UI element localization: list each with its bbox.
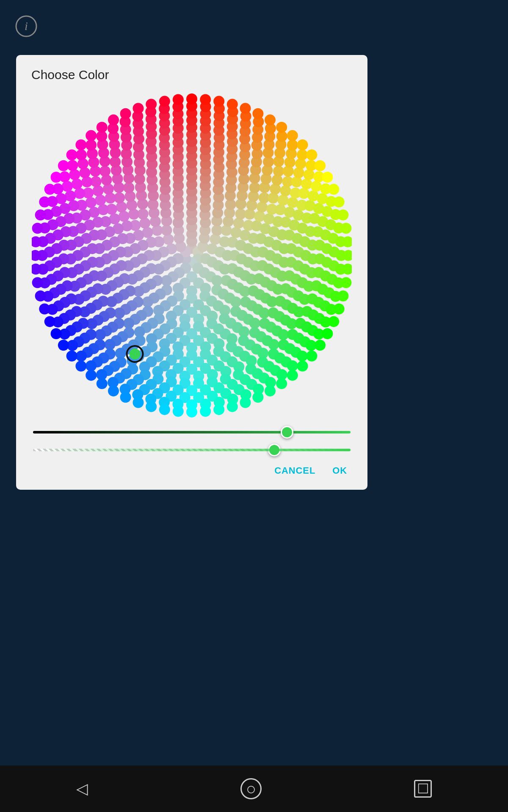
nav-bar: ◁ ○ ☐	[0, 765, 508, 812]
svg-point-788	[276, 378, 287, 389]
svg-point-802	[97, 378, 108, 389]
svg-point-808	[44, 316, 55, 327]
svg-point-733	[86, 360, 97, 371]
svg-point-498	[99, 166, 110, 177]
svg-point-822	[75, 139, 86, 150]
svg-point-827	[133, 103, 144, 114]
svg-point-759	[186, 93, 197, 104]
cancel-button[interactable]: CANCEL	[271, 464, 319, 478]
svg-point-819	[51, 172, 62, 183]
back-button[interactable]: ◁	[76, 780, 88, 798]
svg-point-255	[116, 201, 127, 212]
svg-point-681	[69, 169, 80, 180]
svg-point-818	[44, 184, 55, 195]
svg-point-773	[334, 197, 345, 208]
svg-point-826	[120, 108, 131, 119]
svg-point-768	[297, 139, 308, 150]
svg-point-829	[159, 96, 170, 107]
opacity-track[interactable]	[33, 449, 351, 451]
svg-point-817	[39, 197, 50, 208]
svg-point-574	[301, 178, 312, 189]
svg-point-716	[297, 351, 308, 362]
svg-point-832	[130, 348, 141, 359]
brightness-thumb[interactable]	[281, 426, 293, 439]
svg-point-824	[97, 122, 108, 133]
svg-point-680	[62, 181, 73, 192]
svg-point-799	[133, 397, 144, 408]
svg-point-823	[86, 130, 97, 141]
svg-point-471	[268, 339, 279, 350]
svg-point-784	[315, 340, 326, 351]
svg-point-789	[265, 385, 276, 396]
svg-point-793	[213, 404, 224, 415]
dialog-buttons: CANCEL OK	[31, 464, 352, 478]
svg-point-792	[227, 401, 238, 412]
color-picker-dialog: Choose Color // Will be generated by JS …	[16, 55, 367, 490]
svg-point-216	[119, 211, 130, 222]
svg-point-783	[322, 328, 333, 339]
svg-point-616	[72, 178, 83, 189]
svg-point-781	[334, 304, 345, 315]
svg-point-800	[120, 392, 131, 403]
svg-point-310	[268, 192, 279, 203]
svg-point-342	[105, 192, 116, 203]
svg-point-821	[66, 149, 77, 160]
svg-point-785	[306, 351, 317, 362]
svg-point-766	[276, 122, 287, 133]
svg-point-192	[254, 211, 265, 222]
svg-point-791	[240, 397, 251, 408]
svg-point-772	[328, 184, 339, 195]
svg-point-775	[340, 223, 351, 234]
svg-point-442	[93, 185, 104, 196]
svg-point-787	[287, 370, 298, 381]
svg-point-767	[287, 130, 298, 141]
svg-point-357	[278, 195, 289, 206]
svg-point-798	[146, 401, 157, 412]
home-button[interactable]: ○	[240, 778, 262, 799]
recents-button[interactable]: ☐	[414, 780, 432, 798]
svg-text:i: i	[25, 19, 28, 33]
svg-point-53	[161, 225, 172, 236]
svg-point-803	[86, 370, 97, 381]
svg-point-801	[108, 385, 119, 396]
brightness-track[interactable]	[33, 431, 351, 433]
svg-point-809	[39, 304, 50, 315]
svg-point-774	[337, 209, 348, 220]
svg-point-49	[161, 275, 172, 286]
svg-point-820	[58, 160, 69, 171]
svg-point-390	[95, 195, 106, 206]
opacity-thumb[interactable]	[268, 444, 281, 456]
svg-point-816	[35, 209, 46, 220]
ok-button[interactable]: OK	[329, 464, 351, 478]
svg-point-805	[66, 351, 77, 362]
svg-point-761	[213, 96, 224, 107]
svg-point-554	[74, 188, 85, 199]
brightness-slider-row	[33, 426, 351, 438]
svg-point-765	[265, 115, 276, 126]
svg-point-807	[51, 328, 62, 339]
svg-point-457	[273, 166, 284, 177]
svg-point-699	[287, 140, 298, 151]
color-wheel[interactable]: // Will be generated by JS below	[32, 91, 352, 420]
svg-point-135	[230, 296, 241, 307]
svg-point-407	[287, 197, 298, 208]
svg-point-514	[291, 176, 302, 187]
svg-point-763	[240, 103, 251, 114]
svg-point-441	[86, 197, 97, 208]
svg-point-830	[173, 94, 184, 105]
svg-point-825	[108, 115, 119, 126]
svg-point-41	[212, 225, 223, 236]
info-icon[interactable]: i	[15, 15, 37, 37]
svg-point-796	[173, 406, 184, 417]
svg-point-287	[123, 318, 134, 329]
svg-point-266	[249, 182, 260, 193]
sliders-area	[31, 426, 352, 456]
svg-point-769	[306, 149, 317, 160]
svg-point-779	[340, 277, 351, 288]
color-wheel-svg[interactable]: // Will be generated by JS below	[32, 91, 352, 420]
svg-point-717	[287, 360, 298, 371]
svg-point-815	[32, 223, 43, 234]
svg-point-794	[200, 406, 211, 417]
svg-point-764	[252, 108, 263, 119]
svg-point-298	[123, 182, 134, 193]
